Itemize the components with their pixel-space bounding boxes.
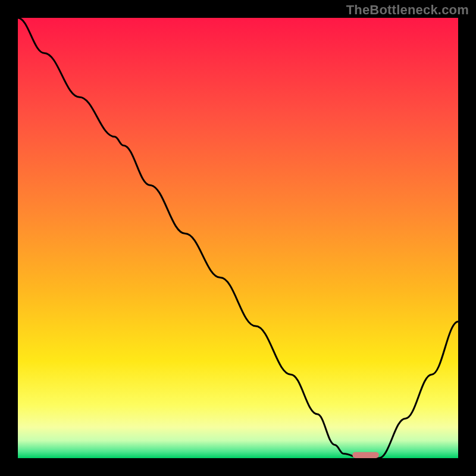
chart-container: TheBottleneck.com [0, 0, 476, 476]
attribution-label: TheBottleneck.com [346, 2, 469, 18]
chart-svg [0, 0, 476, 476]
plot-background [18, 18, 458, 458]
optimal-range-marker [352, 452, 378, 458]
